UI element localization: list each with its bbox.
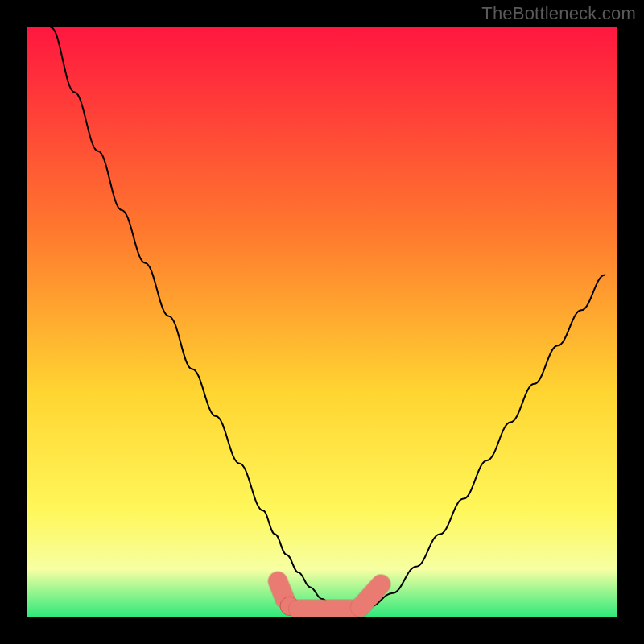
chart-frame: TheBottleneck.com bbox=[0, 0, 644, 644]
plot-area bbox=[27, 27, 617, 617]
bottleneck-chart-svg bbox=[27, 27, 617, 617]
watermark-text: TheBottleneck.com bbox=[481, 3, 636, 24]
optimal-marker-0 bbox=[278, 581, 285, 599]
gradient-background bbox=[27, 27, 617, 617]
